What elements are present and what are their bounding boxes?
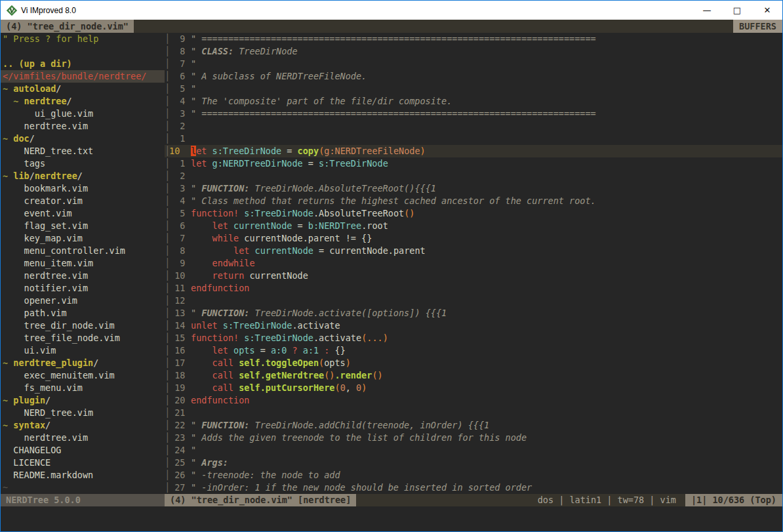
window-separator[interactable]: │	[165, 157, 169, 170]
code-line[interactable]: │ 14unlet s:TreeDirNode.activate	[165, 319, 782, 332]
close-button[interactable]: ✕	[752, 1, 782, 20]
tree-item[interactable]: opener.vim	[1, 295, 165, 307]
tree-root-item[interactable]: </vimfiles/bundle/nerdtree/	[1, 70, 165, 83]
code-line[interactable]: │ 26" -treenode: the node to add	[165, 469, 782, 481]
tree-item[interactable]: nerdtree.vim	[1, 432, 165, 444]
window-separator[interactable]: │	[165, 108, 169, 120]
window-separator[interactable]: │	[165, 83, 169, 95]
maximize-button[interactable]: □	[722, 1, 752, 20]
tree-item[interactable]: ~ nerdtree/	[1, 95, 165, 108]
tree-item[interactable]: fs_menu.vim	[1, 382, 165, 394]
code-line[interactable]: │10let s:TreeDirNode = copy(g:NERDTreeFi…	[165, 145, 782, 157]
code-line[interactable]: │ 9 endwhile	[165, 257, 782, 270]
code-line[interactable]: │ 25" Args:	[165, 457, 782, 469]
tree-item[interactable]: notifier.vim	[1, 282, 165, 295]
tree-item[interactable]: tree_dir_node.vim	[1, 319, 165, 332]
code-line[interactable]: │ 12	[165, 295, 782, 307]
window-separator[interactable]: │	[165, 70, 169, 83]
tree-item[interactable]: tree_file_node.vim	[1, 332, 165, 344]
window-separator[interactable]: │	[165, 457, 169, 469]
window-separator[interactable]: │	[165, 245, 169, 257]
code-line[interactable]: │ 10 return currentNode	[165, 270, 782, 282]
code-line[interactable]: │ 16 let opts = a:0 ? a:1 : {}	[165, 344, 782, 357]
window-separator[interactable]: │	[165, 394, 169, 407]
window-separator[interactable]: │	[165, 344, 169, 357]
window-separator[interactable]: │	[165, 282, 169, 295]
tree-item[interactable]: .. (up a dir)	[1, 58, 165, 70]
code-line[interactable]: │ 13" FUNCTION: TreeDirNode.activate([op…	[165, 307, 782, 319]
window-separator[interactable]: │	[165, 407, 169, 419]
code-line[interactable]: │ 8" CLASS: TreeDirNode	[165, 45, 782, 58]
window-separator[interactable]: │	[165, 133, 169, 145]
window-separator[interactable]: │	[165, 382, 169, 394]
code-line[interactable]: │ 3" FUNCTION: TreeDirNode.AbsoluteTreeR…	[165, 182, 782, 195]
tree-item[interactable]	[1, 45, 165, 58]
code-line[interactable]: │ 5"	[165, 83, 782, 95]
code-line[interactable]: │ 5function! s:TreeDirNode.AbsoluteTreeR…	[165, 207, 782, 220]
code-line[interactable]: │ 27" -inOrder: 1 if the new node should…	[165, 481, 782, 494]
tree-item[interactable]: event.vim	[1, 207, 165, 220]
tree-item[interactable]: creator.vim	[1, 195, 165, 207]
window-separator[interactable]: │	[165, 232, 169, 245]
tree-item[interactable]: tags	[1, 157, 165, 170]
code-line[interactable]: │ 24"	[165, 444, 782, 457]
window-separator[interactable]: │	[165, 369, 169, 382]
window-separator[interactable]: │	[165, 295, 169, 307]
tree-item[interactable]: ~ syntax/	[1, 419, 165, 432]
code-line[interactable]: │ 15function! s:TreeDirNode.activate(...…	[165, 332, 782, 344]
code-line[interactable]: │ 17 call self.toggleOpen(opts)	[165, 357, 782, 369]
code-line[interactable]: │ 7 while currentNode.parent != {}	[165, 232, 782, 245]
tree-item[interactable]: ~ nerdtree_plugin/	[1, 357, 165, 369]
command-line[interactable]	[1, 506, 782, 531]
tree-item[interactable]: nerdtree.vim	[1, 270, 165, 282]
code-line[interactable]: │ 23" Adds the given treenode to the lis…	[165, 432, 782, 444]
window-separator[interactable]: │	[165, 207, 169, 220]
window-separator[interactable]: │	[165, 257, 169, 270]
window-separator[interactable]: │	[165, 270, 169, 282]
tree-item[interactable]: ~ plugin/	[1, 394, 165, 407]
window-separator[interactable]: │	[165, 444, 169, 457]
minimize-button[interactable]: —	[692, 1, 722, 20]
code-line[interactable]: │ 7"	[165, 58, 782, 70]
window-separator[interactable]: │	[165, 45, 169, 58]
window-separator[interactable]: │	[165, 307, 169, 319]
window-separator[interactable]: │	[165, 195, 169, 207]
code-line[interactable]: │ 4" Class method that returns the highe…	[165, 195, 782, 207]
window-separator[interactable]: │	[165, 170, 169, 182]
tree-item[interactable]: menu_controller.vim	[1, 245, 165, 257]
tree-item[interactable]: ui.vim	[1, 344, 165, 357]
code-line[interactable]: │ 6 let currentNode = b:NERDTree.root	[165, 220, 782, 232]
tree-item[interactable]: key_map.vim	[1, 232, 165, 245]
code-line[interactable]: │ 2	[165, 170, 782, 182]
window-separator[interactable]: │	[165, 481, 169, 494]
tree-item[interactable]: nerdtree.vim	[1, 120, 165, 133]
window-separator[interactable]: │	[165, 357, 169, 369]
code-line[interactable]: │ 9" ===================================…	[165, 33, 782, 45]
window-separator[interactable]: │	[165, 33, 169, 45]
window-separator[interactable]: │	[165, 145, 169, 157]
code-line[interactable]: │ 3" ===================================…	[165, 108, 782, 120]
tree-item[interactable]: ui_glue.vim	[1, 108, 165, 120]
tree-item[interactable]: ~ doc/	[1, 133, 165, 145]
code-line[interactable]: │ 2	[165, 120, 782, 133]
window-separator[interactable]: │	[165, 220, 169, 232]
tree-item[interactable]: LICENCE	[1, 457, 165, 469]
tree-item[interactable]: ~ autoload/	[1, 83, 165, 95]
code-line[interactable]: │ 4" The 'composite' part of the file/di…	[165, 95, 782, 108]
code-line[interactable]: │ 21	[165, 407, 782, 419]
code-line[interactable]: │ 20endfunction	[165, 394, 782, 407]
window-separator[interactable]: │	[165, 469, 169, 481]
tree-item[interactable]: ~ lib/nerdtree/	[1, 170, 165, 182]
window-separator[interactable]: │	[165, 95, 169, 108]
tree-item[interactable]: exec_menuitem.vim	[1, 369, 165, 382]
window-separator[interactable]: │	[165, 182, 169, 195]
code-line[interactable]: │ 8 let currentNode = currentNode.parent	[165, 245, 782, 257]
tree-item[interactable]: README.markdown	[1, 469, 165, 481]
tree-item[interactable]: flag_set.vim	[1, 220, 165, 232]
code-line[interactable]: │ 6" A subclass of NERDTreeFileNode.	[165, 70, 782, 83]
code-line[interactable]: │ 1let g:NERDTreeDirNode = s:TreeDirNode	[165, 157, 782, 170]
code-line[interactable]: │ 1	[165, 133, 782, 145]
code-line[interactable]: │ 11endfunction	[165, 282, 782, 295]
window-separator[interactable]: │	[165, 432, 169, 444]
tree-item[interactable]: CHANGELOG	[1, 444, 165, 457]
